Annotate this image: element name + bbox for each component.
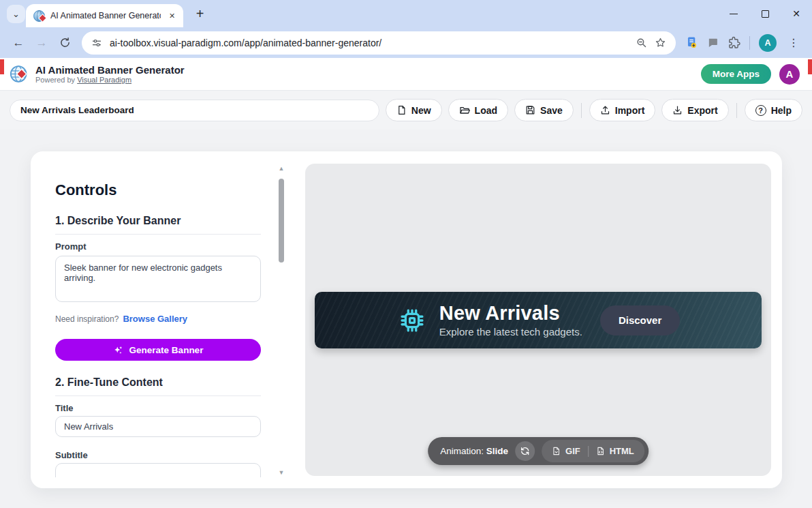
scrollbar-thumb[interactable] — [279, 179, 284, 263]
export-gif-button[interactable]: GIF — [552, 446, 580, 456]
toolbar-divider — [749, 36, 750, 50]
main-card: Controls 1. Describe Your Banner Prompt … — [31, 151, 782, 488]
export-segment: GIF HTML — [542, 440, 644, 462]
floppy-icon — [525, 105, 535, 115]
section-divider — [55, 234, 261, 235]
site-info-icon[interactable] — [91, 38, 102, 48]
folder-open-icon — [459, 105, 470, 116]
subtitle-label: Subtitle — [55, 450, 261, 460]
microchip-icon — [396, 305, 428, 336]
more-apps-button[interactable]: More Apps — [701, 64, 771, 84]
section-describe-heading: 1. Describe Your Banner — [55, 215, 261, 227]
toolbar-divider — [581, 103, 582, 118]
controls-panel: Controls 1. Describe Your Banner Prompt … — [44, 164, 286, 477]
window-minimize-button[interactable] — [718, 0, 749, 27]
tab-strip: ⌄ AI Animated Banner Generator ✕ + ✕ — [0, 0, 812, 27]
import-button[interactable]: Import — [589, 99, 656, 121]
animation-status: Animation: Slide — [440, 446, 508, 456]
window-close-button[interactable]: ✕ — [781, 0, 812, 27]
gif-file-icon — [552, 447, 561, 455]
app-title: AI Animated Banner Generator — [35, 64, 185, 76]
banner-subtitle: Explore the latest tech gadgets. — [439, 326, 582, 338]
scroll-down-icon[interactable]: ▼ — [277, 469, 286, 476]
bookmark-star-icon[interactable] — [655, 37, 666, 48]
chevron-down-icon: ⌄ — [12, 9, 20, 19]
help-icon: ? — [755, 105, 766, 116]
extensions-area: A ⋮ — [681, 34, 805, 52]
project-name-input[interactable] — [10, 100, 379, 121]
visual-paradigm-link[interactable]: Visual Paradigm — [77, 76, 131, 84]
red-edge-left — [0, 59, 4, 74]
flag-extension-icon[interactable] — [707, 37, 719, 48]
preview-control-bar: Animation: Slide GIF — [428, 437, 649, 465]
title-label: Title — [55, 403, 261, 413]
close-icon: ✕ — [792, 9, 800, 18]
file-icon — [396, 105, 407, 115]
replay-animation-button[interactable] — [515, 441, 535, 461]
export-html-button[interactable]: HTML — [596, 446, 634, 456]
html-file-icon — [596, 447, 605, 455]
inspiration-row: Need inspiration? Browse Gallery — [55, 314, 261, 324]
extensions-puzzle-icon[interactable] — [728, 36, 740, 49]
maximize-icon — [762, 10, 769, 18]
banner-preview: New Arrivals Explore the latest tech gad… — [315, 292, 762, 348]
export-button[interactable]: Export — [661, 99, 728, 121]
new-tab-button[interactable]: + — [191, 5, 208, 23]
banner-title: New Arrivals — [439, 303, 582, 323]
upload-icon — [600, 105, 610, 115]
visual-paradigm-logo — [10, 64, 29, 84]
banner-text-block: New Arrivals Explore the latest tech gad… — [439, 303, 582, 338]
url-text: ai-toolbox.visual-paradigm.com/app/anima… — [110, 38, 628, 48]
browser-menu-icon[interactable]: ⋮ — [785, 36, 802, 49]
browser-profile-avatar[interactable]: A — [759, 34, 777, 52]
forward-button[interactable]: → — [30, 31, 53, 55]
powered-by: Powered by Visual Paradigm — [35, 76, 185, 85]
app-header: AI Animated Banner Generator Powered by … — [0, 58, 812, 91]
new-button[interactable]: New — [386, 99, 442, 121]
address-bar[interactable]: ai-toolbox.visual-paradigm.com/app/anima… — [82, 31, 676, 55]
section-divider — [55, 395, 261, 396]
sparkles-icon — [113, 345, 123, 355]
toolbar-divider — [736, 103, 737, 118]
browse-gallery-link[interactable]: Browse Gallery — [123, 314, 187, 324]
help-button[interactable]: ? Help — [745, 99, 802, 121]
load-button[interactable]: Load — [448, 99, 508, 121]
controls-scrollbar: ▲ ▼ — [277, 164, 286, 477]
generate-banner-button[interactable]: Generate Banner — [55, 339, 261, 361]
download-doc-extension-icon[interactable] — [685, 36, 698, 49]
zoom-icon[interactable] — [636, 37, 647, 48]
user-avatar[interactable]: A — [779, 64, 800, 85]
window-controls: ✕ — [718, 0, 812, 27]
minimize-icon — [730, 14, 738, 14]
discover-button[interactable]: Discover — [600, 305, 680, 335]
prompt-textarea[interactable]: Sleek banner for new electronic gadgets … — [55, 256, 261, 302]
save-button[interactable]: Save — [514, 99, 574, 121]
preview-panel: New Arrivals Explore the latest tech gad… — [305, 164, 771, 476]
app-toolbar: New Load Save Import Export — [0, 91, 812, 130]
title-input[interactable] — [55, 416, 261, 437]
reload-icon — [59, 37, 71, 48]
browser-chrome: ⌄ AI Animated Banner Generator ✕ + ✕ ← → — [0, 0, 812, 58]
site-favicon-icon — [33, 10, 45, 22]
app-title-block: AI Animated Banner Generator Powered by … — [35, 64, 185, 85]
refresh-icon — [520, 446, 530, 456]
tab-search-button[interactable]: ⌄ — [7, 5, 25, 23]
back-button[interactable]: ← — [7, 31, 30, 55]
browser-tab[interactable]: AI Animated Banner Generator ✕ — [26, 4, 183, 27]
window-maximize-button[interactable] — [749, 0, 781, 27]
red-edge-right — [808, 59, 812, 74]
subtitle-input[interactable] — [55, 463, 261, 477]
inspiration-text: Need inspiration? — [55, 314, 119, 324]
segment-divider — [588, 446, 589, 457]
screen: ⌄ AI Animated Banner Generator ✕ + ✕ ← → — [0, 0, 812, 508]
animation-value: Slide — [486, 446, 508, 456]
scroll-up-icon[interactable]: ▲ — [277, 165, 286, 172]
tab-title: AI Animated Banner Generator — [50, 11, 161, 20]
section-finetune-heading: 2. Fine-Tune Content — [55, 376, 261, 389]
tab-close-icon[interactable]: ✕ — [166, 10, 178, 22]
reload-button[interactable] — [53, 31, 76, 55]
download-icon — [672, 105, 683, 115]
controls-heading: Controls — [55, 181, 261, 199]
prompt-label: Prompt — [55, 241, 261, 252]
address-bar-row: ← → ai-toolbox.visual-paradigm.com/app/a… — [0, 27, 812, 58]
